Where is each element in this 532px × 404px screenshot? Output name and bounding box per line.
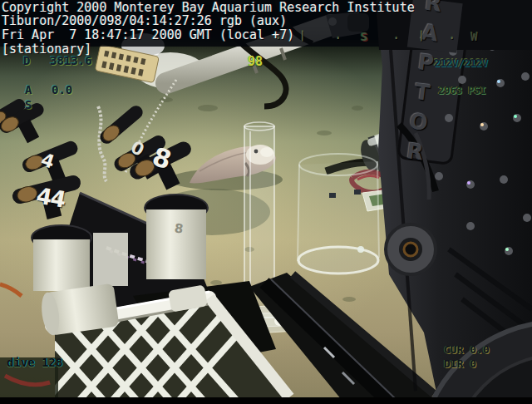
depth-label: D xyxy=(23,54,30,67)
direction-readout: DIR 0 xyxy=(444,357,476,370)
voltage-readout: 212V/212V xyxy=(434,57,488,69)
compass-tick: . xyxy=(335,30,341,42)
depth-value: 3813.6 xyxy=(50,54,92,67)
glass-beaker xyxy=(298,154,379,273)
osd-copyright: Copyright 2000 Monterey Bay Aquarium Res… xyxy=(2,1,415,14)
dive-number: dive 128 xyxy=(7,356,62,369)
compass-tick: | xyxy=(299,30,305,42)
core-label: 44 xyxy=(35,182,66,212)
compass-tick: | xyxy=(418,30,424,42)
altitude-value: 0.0 xyxy=(52,83,72,96)
letterbox-bar xyxy=(0,397,532,404)
altitude-label: A xyxy=(25,83,32,96)
compass-west-label: W xyxy=(470,30,477,43)
compass-tick: . xyxy=(393,30,399,42)
compass-south-label: S xyxy=(361,30,367,43)
compass-tick: . xyxy=(449,30,455,42)
roller-wheel xyxy=(386,224,436,274)
osd-source-line: Tiburon/2000/098/04:14:27:26 rgb (aux) xyxy=(2,14,287,27)
osd-date-line: Fri Apr 7 18:47:17 2000 GMT (local +7) xyxy=(2,28,294,42)
compass-tick: . xyxy=(275,30,281,42)
current-readout: CUR 0.0 xyxy=(444,343,490,356)
pressure-readout: 2963 PSI xyxy=(438,85,486,96)
salinity-label: S xyxy=(25,98,32,111)
rov-video-frame: RAPTOR Copyright 2000 Monterey Bay Aquar… xyxy=(0,0,532,404)
heading-value: 98 xyxy=(248,54,263,69)
